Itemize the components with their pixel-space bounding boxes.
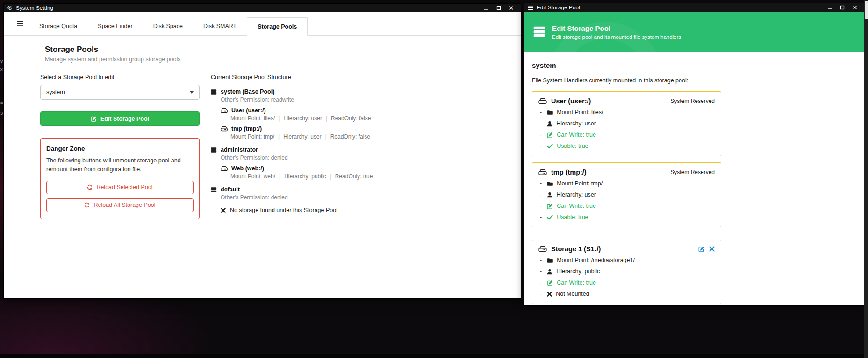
minimize-button[interactable] <box>480 4 492 12</box>
handler-row: Hierarchy: user <box>538 120 715 127</box>
handler-row: Mount Point: tmp/ <box>538 180 715 187</box>
window-title: Edit Storage Pool <box>537 5 580 10</box>
tree-storage-tmp: tmp (tmp:/) Mount Point: tmp/Hierarchy: … <box>221 125 373 140</box>
close-button[interactable] <box>848 3 861 12</box>
handler-name: User (user:/) <box>551 97 591 105</box>
edit-storage-pool-label: Edit Storage Pool <box>100 116 149 122</box>
handler-card-storage1: Storage 1 (S1:/) Mount Point: /media/sto… <box>532 240 721 304</box>
maximize-button[interactable] <box>836 3 848 12</box>
x-icon <box>547 292 552 297</box>
reload-icon <box>84 202 90 208</box>
structure-title: Current Storage Pool Structure <box>211 74 373 80</box>
folder-icon <box>547 181 553 186</box>
scrollbar-thumb[interactable] <box>865 1 868 19</box>
edit-icon <box>91 116 97 122</box>
tree-pool-system: system (Base Pool) Other's Permission: r… <box>211 88 373 140</box>
window-controls <box>823 3 861 12</box>
user-icon <box>547 192 552 198</box>
remove-handler-icon[interactable] <box>709 246 715 252</box>
hdd-icon <box>221 126 228 132</box>
edit-pool-body: system File System Handlers currently mo… <box>524 52 864 305</box>
empty-pool-message: No storage found under this Storage Pool <box>230 207 337 213</box>
system-setting-window: System Setting Storage Quota Space Finde… <box>4 4 521 298</box>
handler-name: Storage 1 (S1:/) <box>551 245 601 253</box>
user-icon <box>547 121 552 127</box>
edit-icon <box>547 280 553 286</box>
pool-name: system (Base Pool) <box>221 88 274 95</box>
storage-name: Web (web:/) <box>231 165 264 172</box>
pool-permission: Other's Permission: denied <box>221 194 373 201</box>
page-title: Storage Pools <box>45 45 521 54</box>
tab-storage-quota[interactable]: Storage Quota <box>29 17 87 35</box>
storage-name: tmp (tmp:/) <box>231 125 262 132</box>
edit-icon <box>547 203 553 209</box>
select-pool-label: Select a Storage Pool to edit <box>40 74 200 80</box>
tree-storage-web: Web (web:/) Mount Point: web/Hierarchy: … <box>221 165 373 180</box>
edit-storage-pool-button[interactable]: Edit Storage Pool <box>40 111 200 126</box>
handler-row: Can Write: true <box>538 279 715 286</box>
pool-permission: Other's Permission: denied <box>221 154 373 161</box>
server-icon <box>211 147 217 153</box>
handler-card-tmp: tmp (tmp:/) System Reserved Mount Point:… <box>532 162 721 227</box>
handler-row: Hierarchy: public <box>538 268 715 275</box>
handler-row: Mount Point: files/ <box>538 109 715 116</box>
danger-zone-title: Danger Zone <box>46 145 194 152</box>
pool-name: administrator <box>221 146 258 153</box>
tab-bar: Storage Quota Space Finder Disk Space Di… <box>4 12 521 36</box>
menu-icon[interactable] <box>10 21 29 27</box>
desktop-icon-label: xt <box>0 67 4 72</box>
pool-name-heading: system <box>532 61 857 69</box>
reload-all-pool-button[interactable]: Reload All Storage Pool <box>46 198 194 212</box>
folder-icon <box>547 110 553 115</box>
reload-selected-pool-button[interactable]: Reload Selected Pool <box>46 181 194 194</box>
danger-zone-description: The following buttons will unmount stora… <box>46 156 194 174</box>
handler-name: tmp (tmp:/) <box>551 168 587 176</box>
banner-title: Edit Storage Pool <box>552 24 681 32</box>
tab-disk-smart[interactable]: Disk SMART <box>193 17 247 35</box>
reload-all-label: Reload All Storage Pool <box>93 202 155 208</box>
window-title: System Setting <box>16 5 53 11</box>
x-icon <box>221 208 226 213</box>
hdd-icon <box>538 169 547 175</box>
folder-icon <box>547 258 553 263</box>
storage-pool-icon <box>533 25 546 38</box>
pool-permission: Other's Permission: readwrite <box>221 96 373 103</box>
scrollbar-track <box>864 0 868 358</box>
handler-row: Can Write: true <box>538 132 715 139</box>
minimize-button[interactable] <box>823 3 836 12</box>
system-reserved-badge: System Reserved <box>670 98 715 104</box>
banner-subtitle: Edit storage pool and its mounted file s… <box>552 34 681 40</box>
check-icon <box>547 144 553 149</box>
storage-details: Mount Point: tmp/Hierarchy: userReadOnly… <box>230 133 373 140</box>
tab-disk-space[interactable]: Disk Space <box>143 17 193 35</box>
edit-handler-icon[interactable] <box>698 246 705 252</box>
select-value: system <box>46 89 65 95</box>
danger-zone-panel: Danger Zone The following buttons will u… <box>40 138 200 219</box>
hdd-icon <box>221 108 228 113</box>
hdd-icon <box>538 98 547 104</box>
tree-storage-user: User (user:/) Mount Point: files/Hierarc… <box>221 107 373 122</box>
edit-pool-titlebar: Edit Storage Pool <box>524 3 864 12</box>
system-reserved-badge: System Reserved <box>670 169 715 175</box>
handler-row: Usable: true <box>538 214 715 221</box>
edit-icon <box>547 132 553 138</box>
handler-row: Hierarchy: user <box>538 191 715 198</box>
storage-pools-page: Storage Pools Manage system and permissi… <box>4 36 521 219</box>
tab-storage-pools[interactable]: Storage Pools <box>247 17 308 36</box>
handler-row: Can Write: true <box>538 203 715 210</box>
maximize-button[interactable] <box>492 4 505 12</box>
close-button[interactable] <box>505 4 517 12</box>
check-icon <box>547 215 553 220</box>
storage-details: Mount Point: files/Hierarchy: userReadOn… <box>230 115 373 122</box>
pool-name: default <box>221 186 240 193</box>
server-icon <box>211 89 217 95</box>
hdd-icon <box>221 166 228 171</box>
storage-pool-select[interactable]: system <box>40 85 200 100</box>
reload-icon <box>87 184 93 190</box>
taskbar <box>0 354 868 358</box>
menu-icon[interactable] <box>528 5 533 10</box>
server-icon <box>211 187 217 193</box>
tab-space-finder[interactable]: Space Finder <box>87 17 143 35</box>
window-controls <box>480 4 517 12</box>
handler-row: Mount Point: /media/storage1/ <box>538 257 715 264</box>
